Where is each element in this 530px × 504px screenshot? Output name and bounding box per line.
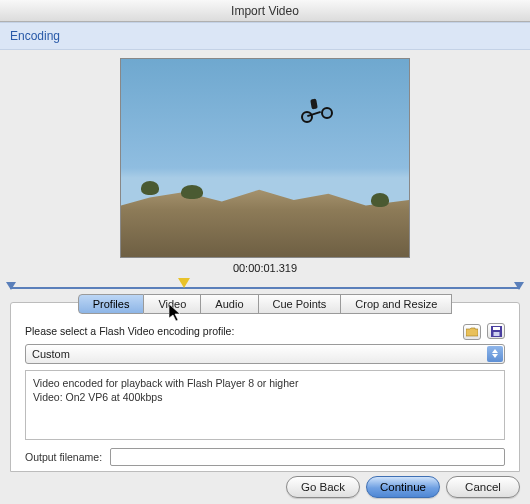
profile-description: Video encoded for playback with Flash Pl… <box>25 370 505 440</box>
tab-video[interactable]: Video <box>144 294 201 314</box>
tab-audio[interactable]: Audio <box>201 294 258 314</box>
go-back-button[interactable]: Go Back <box>286 476 360 498</box>
profile-selected: Custom <box>32 348 70 360</box>
tab-bar: Profiles Video Audio Cue Points Crop and… <box>25 294 505 314</box>
profile-prompt: Please select a Flash Video encoding pro… <box>25 325 234 337</box>
tab-crop-resize[interactable]: Crop and Resize <box>341 294 452 314</box>
timecode: 00:00:01.319 <box>233 262 297 274</box>
tab-profiles[interactable]: Profiles <box>78 294 145 314</box>
continue-button[interactable]: Continue <box>366 476 440 498</box>
svg-rect-2 <box>493 327 500 330</box>
tab-cue-points[interactable]: Cue Points <box>259 294 342 314</box>
cancel-button[interactable]: Cancel <box>446 476 520 498</box>
encoding-settings-panel: Profiles Video Audio Cue Points Crop and… <box>10 302 520 472</box>
profile-select[interactable]: Custom <box>25 344 505 364</box>
video-subject <box>303 97 333 127</box>
window-titlebar: Import Video <box>0 0 530 22</box>
playhead[interactable] <box>178 278 190 288</box>
dialog-footer: Go Back Continue Cancel <box>286 476 520 498</box>
section-label: Encoding <box>10 29 60 43</box>
output-filename-label: Output filename: <box>25 451 102 463</box>
window-title: Import Video <box>231 4 299 18</box>
section-header: Encoding <box>0 22 530 50</box>
video-preview-area: 00:00:01.319 <box>0 50 530 276</box>
svg-rect-3 <box>493 332 499 336</box>
folder-open-icon[interactable] <box>463 324 481 340</box>
dropdown-stepper-icon[interactable] <box>487 346 503 362</box>
output-filename-field[interactable] <box>110 448 505 466</box>
floppy-save-icon[interactable] <box>487 323 505 339</box>
video-preview <box>120 58 410 258</box>
